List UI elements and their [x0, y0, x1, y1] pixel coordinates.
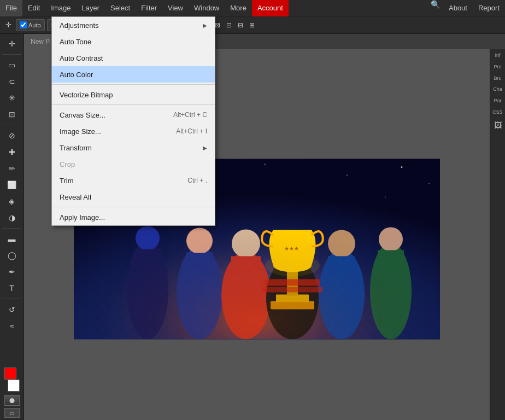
menu-reveal-all[interactable]: Reveal All: [52, 189, 215, 205]
auto-color-label: Auto Color: [60, 71, 93, 79]
auto-label: Auto: [28, 22, 41, 28]
image-size-label: Image Size...: [60, 127, 101, 136]
menu-window[interactable]: Window: [189, 0, 225, 16]
adjustments-arrow: ▶: [203, 22, 207, 28]
rect-shape-tool[interactable]: ▬: [4, 231, 20, 247]
menu-edit[interactable]: Edit: [22, 0, 45, 16]
eraser-tool[interactable]: ⬜: [4, 177, 20, 192]
menu-about[interactable]: About: [443, 0, 473, 16]
menu-auto-tone[interactable]: Auto Tone: [52, 33, 215, 50]
menu-adjustments[interactable]: Adjustments ▶: [52, 17, 215, 33]
text-tool[interactable]: T: [4, 281, 20, 296]
menu-report[interactable]: Report: [473, 0, 505, 16]
transform-arrow: ▶: [203, 145, 207, 151]
menu-auto-contrast[interactable]: Auto Contrast: [52, 50, 215, 66]
left-toolbar: ✛ ▭ ⊂ ✳ ⊡ ⊘ ✚ ✏ ⬜ ◈ ◑ ▬ ◯ ✒ T ↺ ≈ ⬤ ▭: [0, 34, 24, 420]
panel-info[interactable]: Inf: [495, 50, 500, 61]
tool-separator-4: [2, 299, 21, 299]
panel-css[interactable]: CSS: [492, 107, 503, 118]
menu-transform[interactable]: Transform ▶: [52, 139, 215, 156]
menu-select[interactable]: Select: [105, 0, 136, 16]
menu-canvas-size[interactable]: Canvas Size... Alt+Ctrl + C: [52, 107, 215, 123]
distribute-v-icon[interactable]: ⊞: [247, 20, 257, 31]
menu-vectorize-bitmap[interactable]: Vectorize Bitmap: [52, 86, 215, 103]
image-menu-dropdown: Adjustments ▶ Auto Tone Auto Contrast Au…: [51, 16, 215, 226]
auto-toggle[interactable]: Auto: [16, 19, 45, 31]
search-icon[interactable]: 🔍: [427, 0, 443, 16]
tool-separator-1: [2, 54, 21, 55]
align-bottom-icon[interactable]: ⊡: [224, 20, 234, 31]
lasso-tool[interactable]: ⊂: [4, 74, 20, 89]
foreground-color-swatch[interactable]: [4, 368, 16, 380]
menu-apply-image[interactable]: Apply Image...: [52, 209, 215, 225]
menu-trim[interactable]: Trim Ctrl + .: [52, 172, 215, 189]
eyedropper-tool[interactable]: ⊘: [4, 128, 20, 143]
panel-brush[interactable]: Bru: [494, 73, 501, 84]
apply-image-label: Apply Image...: [60, 213, 105, 221]
dropdown-separator-3: [52, 207, 215, 207]
menu-file[interactable]: File: [0, 0, 22, 16]
dropdown-separator-1: [52, 84, 215, 85]
menubar: File Edit Image Layer Select Filter View…: [0, 0, 505, 16]
quick-mask-button[interactable]: ⬤: [4, 395, 20, 406]
brush-tool[interactable]: ✏: [4, 161, 20, 176]
auto-tone-label: Auto Tone: [60, 38, 91, 46]
menu-auto-color[interactable]: Auto Color: [52, 66, 215, 83]
canvas-size-label: Canvas Size...: [60, 111, 105, 119]
smudge-tool[interactable]: ≈: [4, 318, 20, 334]
crop-tool[interactable]: ⊡: [4, 107, 20, 122]
menu-filter[interactable]: Filter: [136, 0, 162, 16]
right-panel: «» Inf Pro Bru Cha Par CSS 🖼: [490, 34, 505, 420]
panel-properties[interactable]: Pro: [494, 62, 501, 72]
menu-image[interactable]: Image: [45, 0, 76, 16]
canvas-size-shortcut: Alt+Ctrl + C: [173, 111, 207, 119]
tool-separator-3: [2, 228, 21, 229]
menu-view[interactable]: View: [162, 0, 189, 16]
image-size-shortcut: Alt+Ctrl + I: [176, 127, 207, 135]
menu-more[interactable]: More: [225, 0, 252, 16]
tool-separator-2: [2, 125, 21, 125]
menu-crop: Crop: [52, 156, 215, 172]
wand-tool[interactable]: ✳: [4, 90, 20, 106]
transform-label: Transform: [60, 144, 92, 152]
menu-account[interactable]: Account: [252, 0, 289, 16]
ellipse-tool[interactable]: ◯: [4, 248, 20, 263]
move-tool[interactable]: ✛: [4, 36, 20, 51]
pen-tool[interactable]: ✒: [4, 264, 20, 279]
dodge-tool[interactable]: ◑: [4, 210, 20, 225]
background-color-swatch[interactable]: [8, 380, 20, 392]
panel-paragraph[interactable]: Par: [494, 96, 501, 106]
heal-tool[interactable]: ✚: [4, 144, 20, 160]
auto-checkbox[interactable]: [20, 21, 27, 28]
adjustments-label: Adjustments: [60, 21, 99, 30]
vectorize-bitmap-label: Vectorize Bitmap: [60, 91, 113, 99]
trim-label: Trim: [60, 177, 74, 185]
panel-channels[interactable]: Cha: [493, 84, 502, 95]
reveal-all-label: Reveal All: [60, 193, 91, 201]
menu-layer[interactable]: Layer: [77, 0, 105, 16]
select-rect-tool[interactable]: ▭: [4, 57, 20, 73]
panel-image-icon[interactable]: 🖼: [494, 119, 502, 132]
screen-mode-button[interactable]: ▭: [4, 408, 20, 418]
distribute-h-icon[interactable]: ⊟: [236, 20, 245, 31]
trim-shortcut: Ctrl + .: [187, 177, 207, 184]
crop-label: Crop: [60, 160, 75, 168]
history-brush-tool[interactable]: ↺: [4, 302, 20, 317]
move-tool-icon[interactable]: ✛: [3, 20, 14, 31]
menu-image-size[interactable]: Image Size... Alt+Ctrl + I: [52, 123, 215, 139]
auto-contrast-label: Auto Contrast: [60, 54, 103, 62]
fill-tool[interactable]: ◈: [4, 194, 20, 209]
dropdown-separator-2: [52, 104, 215, 105]
